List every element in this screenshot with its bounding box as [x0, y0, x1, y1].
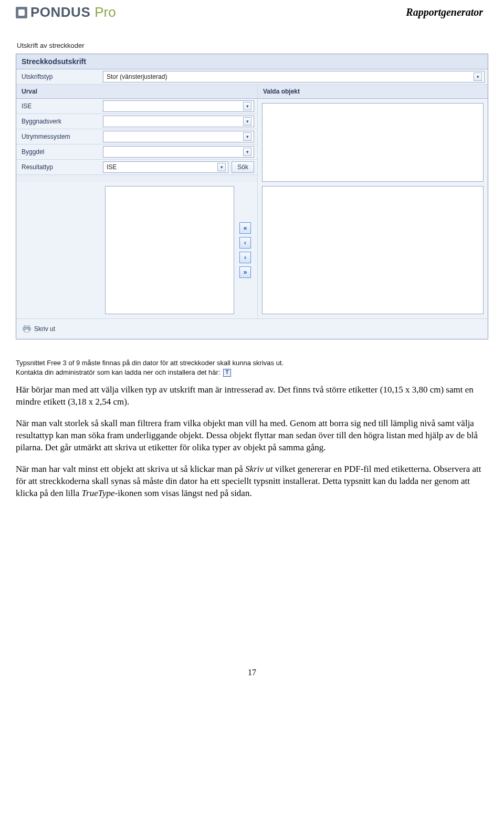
- truetype-icon[interactable]: T: [223, 369, 231, 377]
- valda-heading: Valda objekt: [258, 85, 488, 98]
- paragraph-1: Här börjar man med att välja vilken typ …: [16, 384, 483, 408]
- doc-header: PONDUS Pro Rapportgenerator: [0, 0, 504, 26]
- app-window: Streckkodsutskrift Utskriftstyp Stor (vä…: [16, 54, 488, 339]
- utrymmessystem-label: Utrymmessystem: [16, 130, 103, 143]
- paragraph-3: När man har valt minst ett objekt att sk…: [16, 463, 483, 500]
- svg-rect-0: [24, 325, 29, 327]
- resultattyp-value: ISE: [107, 163, 117, 171]
- body-text: Här börjar man med att välja vilken typ …: [0, 379, 504, 500]
- move-right-button[interactable]: ›: [239, 252, 251, 263]
- svg-point-3: [29, 328, 30, 329]
- note-line1: Typsnittet Free 3 of 9 måste finnas på d…: [16, 359, 284, 367]
- chevron-down-icon: ▾: [217, 163, 226, 171]
- print-type-value: Stor (vänsterjusterad): [107, 73, 167, 80]
- brand-name: PONDUS: [30, 4, 90, 20]
- panel-title: Streckkodsutskrift: [16, 54, 488, 69]
- note-line2: Kontakta din administratör som kan ladda…: [16, 368, 220, 376]
- selected-listbox-top[interactable]: [262, 103, 484, 182]
- logo-mark-icon: [16, 7, 27, 18]
- byggnadsverk-label: Byggnadsverk: [16, 115, 103, 128]
- selected-listbox[interactable]: [262, 186, 484, 314]
- brand-suffix: Pro: [94, 4, 116, 20]
- printer-icon: [23, 325, 31, 333]
- print-type-select[interactable]: Stor (vänsterjusterad) ▾: [103, 71, 485, 82]
- page-number: 17: [0, 668, 504, 688]
- print-button[interactable]: Skriv ut: [34, 325, 55, 333]
- byggdel-label: Byggdel: [16, 146, 103, 158]
- byggdel-select[interactable]: ▾: [103, 146, 254, 158]
- paragraph-2: När man valt storlek så skall man filtre…: [16, 418, 483, 454]
- move-all-left-button[interactable]: «: [239, 222, 251, 234]
- move-all-right-button[interactable]: »: [239, 266, 251, 278]
- print-type-row: Utskriftstyp Stor (vänsterjusterad) ▾: [16, 69, 488, 85]
- chevron-down-icon: ▾: [474, 73, 482, 81]
- byggnadsverk-select[interactable]: ▾: [103, 116, 254, 127]
- chevron-down-icon: ▾: [243, 132, 251, 141]
- filters-block: ISE ▾ Byggnadsverk ▾: [16, 99, 258, 182]
- bottom-bar: Skriv ut: [16, 318, 488, 339]
- urval-heading: Urval: [16, 85, 258, 98]
- doc-title: Rapportgenerator: [406, 6, 483, 18]
- utrymmessystem-select[interactable]: ▾: [103, 131, 254, 142]
- resultattyp-select[interactable]: ISE ▾: [103, 161, 228, 173]
- logo: PONDUS Pro: [16, 4, 116, 20]
- results-listbox[interactable]: [105, 186, 234, 314]
- section-label: Utskrift av streckkoder: [17, 42, 488, 49]
- move-left-button[interactable]: ‹: [239, 237, 251, 249]
- lists-area: « ‹ › »: [16, 182, 488, 318]
- search-button[interactable]: Sök: [232, 161, 254, 173]
- resultattyp-label: Resultattyp: [16, 161, 103, 173]
- chevron-down-icon: ▾: [243, 148, 251, 156]
- ise-label: ISE: [16, 100, 103, 112]
- font-note: Typsnittet Free 3 of 9 måste finnas på d…: [0, 345, 504, 379]
- ise-select[interactable]: ▾: [103, 100, 254, 112]
- move-buttons: « ‹ › »: [237, 186, 253, 314]
- print-type-label: Utskriftstyp: [16, 70, 103, 83]
- chevron-down-icon: ▾: [243, 117, 251, 126]
- columns-header: Urval Valda objekt: [16, 85, 488, 99]
- chevron-down-icon: ▾: [243, 102, 251, 110]
- svg-rect-2: [25, 329, 29, 332]
